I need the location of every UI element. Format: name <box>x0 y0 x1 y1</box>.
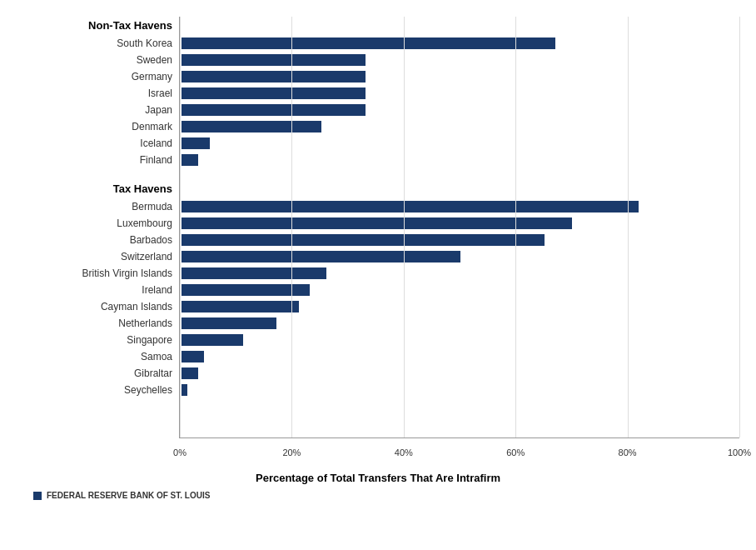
x-tick-label: 20% <box>282 448 301 458</box>
section-header-bar-row <box>180 180 739 198</box>
bar <box>182 154 198 166</box>
row-label: Luxembourg <box>17 215 179 232</box>
bar-row <box>180 382 739 398</box>
x-tick-label: 0% <box>173 448 187 458</box>
bar <box>182 284 310 296</box>
row-label: Gibraltar <box>17 365 179 382</box>
bar-row <box>180 365 739 382</box>
bars-column: 0%20%40%60%80%100% <box>179 17 739 438</box>
row-label: Samoa <box>17 348 179 365</box>
bar <box>182 301 299 312</box>
bar-row <box>180 315 739 332</box>
row-label: Switzerland <box>17 248 179 265</box>
x-tick-label: 100% <box>728 448 751 458</box>
bar-row <box>180 282 739 298</box>
row-label: Barbados <box>17 232 179 248</box>
row-label: Sweden <box>17 52 179 68</box>
bar-row <box>180 332 739 348</box>
bar <box>182 368 198 379</box>
bar-row <box>180 135 739 152</box>
row-label: Cayman Islands <box>17 298 179 315</box>
grid-line <box>628 17 629 438</box>
bar-row <box>180 248 739 265</box>
bar <box>182 268 326 279</box>
footer-icon <box>33 492 42 500</box>
row-label: Singapore <box>17 332 179 348</box>
bar <box>182 38 555 49</box>
bar <box>182 104 366 116</box>
bar-row <box>180 52 739 68</box>
bar <box>182 334 243 346</box>
bar-row <box>180 298 739 315</box>
bar <box>182 201 639 212</box>
spacer <box>17 168 179 180</box>
bar <box>182 351 204 362</box>
x-tick-label: 60% <box>506 448 525 458</box>
bar-row <box>180 152 739 168</box>
bar <box>182 251 460 262</box>
bar <box>182 138 210 149</box>
bar-row <box>180 232 739 248</box>
section-header-label: Non-Tax Havens <box>17 17 179 35</box>
bar <box>182 218 572 229</box>
bar-row <box>180 265 739 282</box>
footer: FEDERAL RESERVE BANK OF ST. LOUIS <box>17 491 739 500</box>
grid-line <box>739 17 740 438</box>
bar-row <box>180 118 739 135</box>
row-label: Japan <box>17 102 179 118</box>
bar-row <box>180 35 739 52</box>
row-label: Denmark <box>17 118 179 135</box>
bar <box>182 234 545 246</box>
row-label: Netherlands <box>17 315 179 332</box>
bar <box>182 384 187 396</box>
bar <box>182 71 366 82</box>
bar-row <box>180 348 739 365</box>
row-label: Germany <box>17 68 179 85</box>
footer-text: FEDERAL RESERVE BANK OF ST. LOUIS <box>47 491 210 500</box>
row-label: Israel <box>17 85 179 102</box>
row-label: Bermuda <box>17 198 179 215</box>
bar-row <box>180 102 739 118</box>
section-header-label: Tax Havens <box>17 180 179 198</box>
x-axis-label: Percentage of Total Transfers That Are I… <box>17 472 739 484</box>
row-label: Iceland <box>17 135 179 152</box>
bar-row <box>180 215 739 232</box>
spacer-bar <box>180 168 739 180</box>
bar <box>182 54 366 66</box>
grid-line <box>180 17 181 438</box>
x-axis-ticks: 0%20%40%60%80%100% <box>180 441 739 458</box>
bar-row <box>180 198 739 215</box>
row-label: Ireland <box>17 282 179 298</box>
grid-line <box>291 17 292 438</box>
bar-row <box>180 68 739 85</box>
bar <box>182 88 366 99</box>
chart-container: Non-Tax HavensSouth KoreaSwedenGermanyIs… <box>0 0 756 550</box>
grid-line <box>515 17 516 438</box>
bar <box>182 318 276 329</box>
x-tick-label: 80% <box>619 448 637 458</box>
chart-area: Non-Tax HavensSouth KoreaSwedenGermanyIs… <box>17 17 739 438</box>
row-label: Finland <box>17 152 179 168</box>
row-label: British Virgin Islands <box>17 265 179 282</box>
x-tick-label: 40% <box>395 448 413 458</box>
labels-column: Non-Tax HavensSouth KoreaSwedenGermanyIs… <box>17 17 179 438</box>
row-label: South Korea <box>17 35 179 52</box>
section-header-bar-row <box>180 17 739 35</box>
row-label: Seychelles <box>17 382 179 398</box>
bar <box>182 121 321 132</box>
bar-row <box>180 85 739 102</box>
grid-line <box>404 17 405 438</box>
